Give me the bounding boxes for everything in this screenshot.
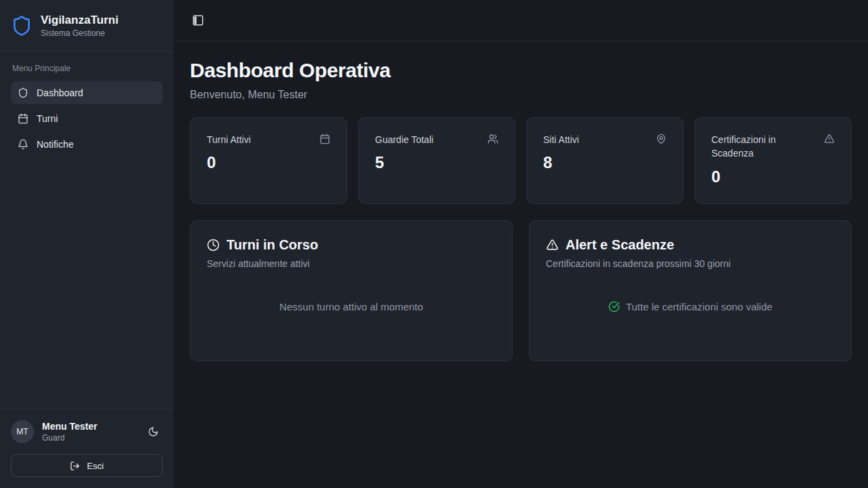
stat-card-turni-attivi: Turni Attivi 0 xyxy=(190,117,347,204)
logout-button[interactable]: Esci xyxy=(11,454,163,477)
map-pin-icon xyxy=(656,134,667,144)
users-icon xyxy=(488,134,498,144)
panel-title: Alert e Scadenze xyxy=(566,237,674,253)
calendar-icon xyxy=(18,113,28,124)
stat-value: 5 xyxy=(375,153,498,172)
alert-triangle-icon xyxy=(546,239,559,251)
panel-title: Turni in Corso xyxy=(226,237,318,253)
stat-card-siti-attivi: Siti Attivi 8 xyxy=(526,117,684,204)
panel-turni-in-corso: Turni in Corso Servizi attualmente attiv… xyxy=(190,220,513,361)
sidebar-nav: Menu Principale Dashboard Turni xyxy=(0,52,174,168)
user-role: Guard xyxy=(42,433,136,443)
page-title: Dashboard Operativa xyxy=(190,59,852,82)
stat-label: Siti Attivi xyxy=(543,133,579,146)
panel-subtitle: Servizi attualmente attivi xyxy=(207,258,496,269)
theme-toggle-button[interactable] xyxy=(144,422,163,441)
stat-card-certificazioni: Certificazioni in Scadenza 0 xyxy=(694,117,852,204)
user-row: MT Menu Tester Guard xyxy=(11,420,163,443)
stat-value: 8 xyxy=(543,153,667,172)
logout-label: Esci xyxy=(87,461,104,471)
sidebar-toggle-button[interactable] xyxy=(189,11,208,30)
bell-icon xyxy=(18,139,28,150)
sidebar: VigilanzaTurni Sistema Gestione Menu Pri… xyxy=(0,0,174,488)
stat-label: Guardie Totali xyxy=(375,133,433,146)
shield-icon xyxy=(18,87,28,98)
calendar-icon xyxy=(319,134,330,144)
empty-shifts-message: Nessun turno attivo al momento xyxy=(279,301,423,312)
sidebar-item-label: Dashboard xyxy=(37,87,83,98)
logout-icon xyxy=(70,461,80,471)
topbar xyxy=(174,0,868,41)
app-subtitle: Sistema Gestione xyxy=(41,28,119,38)
stat-card-guardie-totali: Guardie Totali 5 xyxy=(358,117,515,204)
sidebar-item-label: Turni xyxy=(37,113,58,124)
sidebar-footer: MT Menu Tester Guard E xyxy=(0,409,174,488)
panels-grid: Turni in Corso Servizi attualmente attiv… xyxy=(190,220,852,361)
app-title: VigilanzaTurni xyxy=(41,13,119,27)
check-circle-icon xyxy=(608,301,620,312)
page-subtitle: Benvenuto, Menu Tester xyxy=(190,89,852,101)
user-name: Menu Tester xyxy=(42,421,136,432)
sidebar-item-notifiche[interactable]: Notifiche xyxy=(11,133,163,156)
stat-label: Turni Attivi xyxy=(207,133,251,146)
panel-alert-scadenze: Alert e Scadenze Certificazioni in scade… xyxy=(529,220,852,361)
sidebar-item-turni[interactable]: Turni xyxy=(11,107,163,130)
certifications-valid-message: Tutte le certificazioni sono valide xyxy=(626,301,772,312)
moon-icon xyxy=(148,426,159,437)
app-brand: VigilanzaTurni Sistema Gestione xyxy=(0,0,174,52)
panel-subtitle: Certificazioni in scadenza prossimi 30 g… xyxy=(546,258,835,269)
page-content: Dashboard Operativa Benvenuto, Menu Test… xyxy=(174,41,868,488)
stat-label: Certificazioni in Scadenza xyxy=(711,133,816,161)
main-area: Dashboard Operativa Benvenuto, Menu Test… xyxy=(174,0,868,488)
stats-grid: Turni Attivi 0 Guardie Totali xyxy=(190,117,852,204)
avatar: MT xyxy=(11,420,34,443)
nav-section-label: Menu Principale xyxy=(12,64,163,73)
panel-left-icon xyxy=(192,14,204,26)
sidebar-item-label: Notifiche xyxy=(37,139,73,150)
shield-logo-icon xyxy=(11,15,33,37)
sidebar-item-dashboard[interactable]: Dashboard xyxy=(11,81,163,104)
clock-icon xyxy=(207,239,220,251)
alert-triangle-icon xyxy=(824,134,835,144)
stat-value: 0 xyxy=(207,153,330,172)
stat-value: 0 xyxy=(711,167,835,186)
